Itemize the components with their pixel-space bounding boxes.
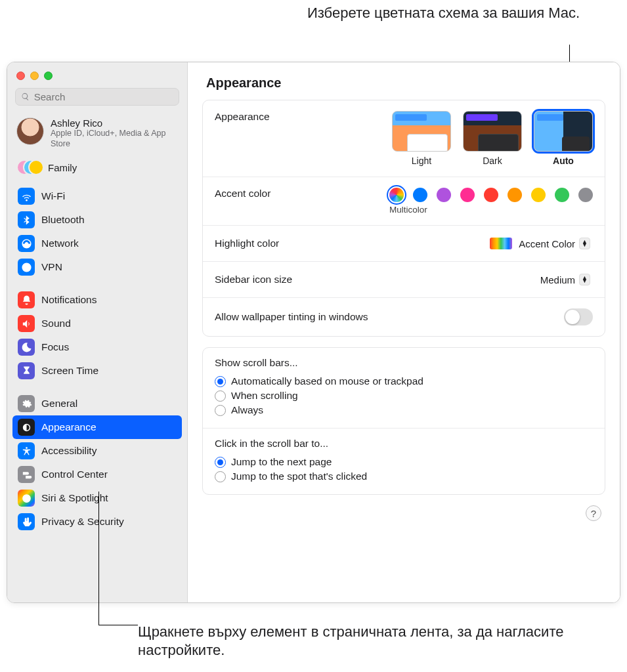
sidebar-item-bluetooth[interactable]: Bluetooth — [12, 208, 182, 232]
appearance-label: Appearance — [215, 111, 270, 123]
accent-swatch-gray[interactable] — [578, 188, 593, 202]
account-name: Ashley Rico — [51, 117, 178, 129]
row-accent-color: Accent color Multicolor — [203, 177, 605, 226]
family-label: Family — [48, 162, 77, 173]
zoom-icon[interactable] — [44, 72, 53, 80]
sidebar: Ashley Rico Apple ID, iCloud+, Media & A… — [7, 62, 188, 602]
sidebar-item-label: Network — [41, 238, 79, 249]
accent-label: Accent color — [215, 188, 270, 200]
sidebar-size-value: Medium — [540, 274, 575, 285]
minimize-icon[interactable] — [30, 72, 39, 80]
apple-id-account[interactable]: Ashley Rico Apple ID, iCloud+, Media & A… — [7, 114, 187, 156]
switches-icon — [18, 466, 35, 483]
scrollbars-option-1[interactable]: When scrolling — [215, 388, 593, 403]
search-field[interactable] — [15, 88, 179, 106]
sound-icon — [18, 315, 35, 332]
avatar — [16, 117, 44, 145]
sidebar-item-network[interactable]: Network — [12, 232, 182, 255]
sidebar-item-siri-spotlight[interactable]: Siri & Spotlight — [12, 486, 182, 510]
sidebar-item-screen-time[interactable]: Screen Time — [12, 359, 182, 383]
sidebar-size-label: Sidebar icon size — [215, 274, 292, 285]
bluetooth-icon — [18, 211, 35, 228]
account-sub: Apple ID, iCloud+, Media & App Store — [51, 129, 178, 149]
main-content: Appearance Appearance LightDarkAuto Acce… — [188, 62, 620, 602]
help-button[interactable]: ? — [586, 505, 601, 521]
highlight-gradient-icon — [490, 238, 512, 249]
accent-swatch-orange[interactable] — [508, 188, 522, 202]
row-sidebar-icon-size: Sidebar icon size Medium ▲▼ — [203, 262, 605, 298]
sidebar-item-label: Notifications — [41, 294, 97, 306]
wifi-icon — [18, 188, 35, 205]
highlight-popup[interactable]: Accent Color ▲▼ — [485, 236, 593, 251]
callout-top: Изберете цветната схема за вашия Mac. — [307, 4, 580, 23]
sidebar-item-general[interactable]: General — [12, 392, 182, 415]
search-input[interactable] — [34, 91, 173, 102]
scrollclick-option-0[interactable]: Jump to the next page — [215, 455, 593, 469]
close-icon[interactable] — [16, 72, 25, 80]
sidebar-item-appearance[interactable]: Appearance — [12, 415, 182, 439]
scrollclick-option-1[interactable]: Jump to the spot that's clicked — [215, 469, 593, 484]
accent-swatch-green[interactable] — [555, 188, 569, 202]
appearance-option-light[interactable]: Light — [392, 111, 451, 166]
radio-label: Jump to the spot that's clicked — [231, 471, 367, 482]
accent-swatch-yellow[interactable] — [531, 188, 546, 202]
hand-icon — [18, 513, 35, 530]
sidebar-item-label: Accessibility — [41, 445, 97, 457]
chevron-updown-icon: ▲▼ — [579, 274, 590, 285]
sidebar-item-label: Focus — [41, 341, 69, 353]
scrollbars-option-2[interactable]: Always — [215, 403, 593, 417]
sidebar-item-accessibility[interactable]: Accessibility — [12, 439, 182, 463]
window-controls — [7, 69, 187, 88]
sidebar-item-notifications[interactable]: Notifications — [12, 288, 182, 312]
accent-swatch-multi[interactable] — [389, 188, 404, 202]
sidebar-item-control-center[interactable]: Control Center — [12, 463, 182, 486]
callout-top-text: Изберете цветната схема за вашия Mac. — [307, 5, 580, 21]
accent-swatch-rred[interactable] — [484, 188, 498, 202]
network-icon — [18, 235, 35, 252]
sidebar-item-vpn[interactable]: VPN — [12, 255, 182, 279]
tinting-label: Allow wallpaper tinting in windows — [215, 311, 368, 323]
radio-icon — [215, 376, 226, 387]
panel-appearance: Appearance LightDarkAuto Accent color Mu… — [202, 100, 605, 337]
search-icon — [21, 92, 30, 102]
radio-icon — [215, 457, 226, 468]
callout-bottom-text: Щракнете върху елемент в страничната лен… — [138, 623, 563, 659]
vpn-icon — [18, 259, 35, 276]
appearance-icon — [18, 419, 35, 436]
scrollbars-option-0[interactable]: Automatically based on mouse or trackpad — [215, 374, 593, 388]
sidebar-item-family[interactable]: Family — [7, 156, 187, 184]
row-wallpaper-tinting: Allow wallpaper tinting in windows — [203, 298, 605, 336]
chevron-updown-icon: ▲▼ — [579, 238, 590, 249]
bell-icon — [18, 291, 35, 308]
sidebar-item-label: Sound — [41, 318, 71, 329]
scrollbars-label: Show scroll bars... — [215, 357, 593, 369]
panel-scroll: Show scroll bars... Automatically based … — [202, 347, 605, 495]
siri-icon — [18, 490, 35, 507]
accent-selected-name: Multicolor — [389, 205, 593, 215]
radio-icon — [215, 405, 226, 416]
accent-swatch-purple[interactable] — [437, 188, 451, 202]
accent-swatches — [389, 188, 593, 202]
sidebar-list: Wi-FiBluetoothNetworkVPNNotificationsSou… — [7, 184, 187, 602]
sidebar-item-wi-fi[interactable]: Wi-Fi — [12, 184, 182, 208]
row-highlight-color: Highlight color Accent Color ▲▼ — [203, 226, 605, 262]
highlight-label: Highlight color — [215, 238, 279, 249]
sidebar-item-privacy-security[interactable]: Privacy & Security — [12, 510, 182, 534]
sidebar-item-focus[interactable]: Focus — [12, 335, 182, 359]
row-appearance: Appearance LightDarkAuto — [203, 100, 605, 177]
accessibility-icon — [18, 442, 35, 459]
appearance-thumb-light — [392, 111, 451, 152]
accent-swatch-blue[interactable] — [413, 188, 427, 202]
sidebar-item-sound[interactable]: Sound — [12, 312, 182, 335]
appearance-option-auto[interactable]: Auto — [534, 111, 593, 166]
sidebar-item-label: Wi-Fi — [41, 190, 65, 202]
appearance-option-dark[interactable]: Dark — [463, 111, 522, 166]
radio-label: Jump to the next page — [231, 456, 332, 468]
gear-icon — [18, 395, 35, 412]
hourglass-icon — [18, 362, 35, 379]
appearance-thumb-dark — [463, 111, 522, 152]
tinting-toggle[interactable] — [564, 308, 593, 326]
content-scroll: Appearance LightDarkAuto Accent color Mu… — [188, 100, 620, 534]
accent-swatch-pink[interactable] — [460, 188, 475, 202]
sidebar-size-popup[interactable]: Medium ▲▼ — [535, 272, 593, 287]
